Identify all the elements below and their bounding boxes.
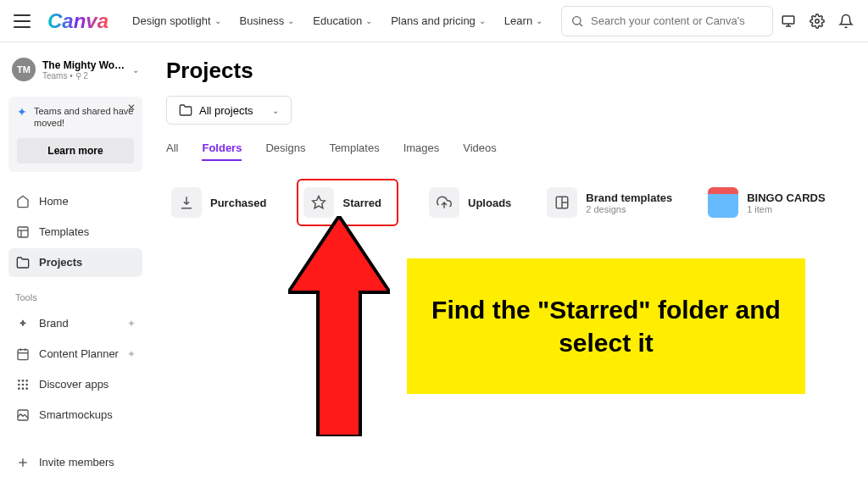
tab-templates[interactable]: Templates: [329, 136, 379, 161]
svg-rect-6: [18, 227, 28, 237]
svg-point-14: [22, 380, 25, 382]
folder-uploads[interactable]: Uploads: [424, 179, 516, 226]
tab-all[interactable]: All: [166, 136, 178, 161]
folder-meta: 1 item: [747, 204, 825, 214]
gear-icon[interactable]: [809, 13, 826, 30]
brand-icon: [15, 316, 31, 331]
annotation-arrow: [288, 216, 390, 436]
folder-brand-templates[interactable]: Brand templates2 designs: [542, 179, 677, 226]
chevron-down-icon: ⌄: [479, 16, 486, 25]
filter-dropdown[interactable]: All projects ⌄: [166, 96, 292, 125]
svg-point-0: [573, 16, 581, 24]
folder-meta: 2 designs: [586, 204, 672, 214]
crown-icon: ✦: [127, 348, 136, 360]
folder-name: Brand templates: [586, 191, 672, 204]
desktop-icon[interactable]: [780, 13, 797, 30]
crown-icon: ✦: [127, 318, 136, 330]
chevron-down-icon: ⌄: [132, 65, 139, 75]
search-input[interactable]: [591, 14, 764, 27]
trash-icon: [15, 485, 31, 488]
banner-text: Teams and shared have moved!: [34, 105, 134, 130]
chevron-down-icon: ⌄: [272, 106, 279, 115]
apps-icon: [15, 377, 31, 392]
annotation-callout: Find the "Starred" folder and select it: [407, 258, 805, 394]
folder-bingo[interactable]: BINGO CARDS1 item: [703, 179, 830, 226]
nav-business[interactable]: Business⌄: [233, 9, 302, 32]
top-nav: Design spotlight⌄ Business⌄ Education⌄ P…: [125, 9, 549, 32]
svg-point-20: [22, 387, 25, 390]
svg-point-19: [18, 387, 20, 390]
bingo-thumbnail: [708, 187, 738, 218]
info-banner: ✕ ✦ Teams and shared have moved! Learn m…: [8, 97, 142, 172]
hamburger-menu[interactable]: [14, 14, 31, 28]
search-icon: [570, 14, 584, 28]
svg-point-15: [25, 380, 28, 382]
sidebar-item-label: Content Planner: [39, 347, 119, 360]
sidebar-item-label: Smartmockups: [39, 408, 113, 421]
sidebar-item-mockups[interactable]: Smartmockups: [8, 401, 142, 430]
svg-point-5: [815, 19, 820, 23]
svg-point-18: [25, 383, 28, 385]
sidebar-item-templates[interactable]: Templates: [8, 218, 142, 247]
sidebar-item-planner[interactable]: Content Planner✦: [8, 340, 142, 369]
avatar: TM: [12, 58, 36, 81]
sidebar-item-apps[interactable]: Discover apps: [8, 370, 142, 399]
sidebar-item-label: Brand: [39, 317, 69, 330]
sidebar-item-label: Home: [39, 195, 69, 208]
plus-icon: [15, 455, 31, 470]
sidebar-item-label: Discover apps: [39, 378, 108, 391]
folder-name: Purchased: [210, 197, 266, 209]
star-icon: [303, 187, 334, 218]
sidebar-item-projects[interactable]: Projects: [8, 248, 142, 277]
tab-designs[interactable]: Designs: [265, 136, 305, 161]
canva-logo[interactable]: Canva: [47, 9, 108, 33]
sidebar-item-invite[interactable]: Invite members: [8, 448, 142, 477]
team-name: The Mighty WordS...: [42, 59, 125, 71]
sidebar-item-home[interactable]: Home: [8, 187, 142, 216]
svg-rect-9: [18, 349, 28, 359]
templates-icon: [15, 225, 31, 240]
sidebar-item-label: Projects: [39, 256, 82, 269]
calendar-icon: [15, 347, 31, 362]
team-switcher[interactable]: TM The Mighty WordS... Teams • ⚲ 2 ⌄: [8, 54, 142, 85]
callout-text: Find the "Starred" folder and select it: [424, 293, 788, 359]
nav-education[interactable]: Education⌄: [306, 9, 379, 32]
sidebar-item-brand[interactable]: Brand✦: [8, 309, 142, 338]
sparkle-icon: ✦: [17, 105, 27, 119]
tab-videos[interactable]: Videos: [463, 136, 497, 161]
svg-rect-2: [782, 16, 794, 24]
mockups-icon: [15, 408, 31, 423]
page-title: Projects: [166, 58, 853, 84]
folder-purchased[interactable]: Purchased: [166, 179, 271, 226]
svg-point-13: [18, 380, 20, 382]
download-icon: [171, 187, 202, 218]
sidebar: TM The Mighty WordS... Teams • ⚲ 2 ⌄ ✕ ✦…: [0, 42, 151, 488]
close-icon[interactable]: ✕: [127, 102, 136, 114]
svg-point-17: [22, 383, 25, 385]
nav-learn[interactable]: Learn⌄: [498, 9, 549, 32]
svg-marker-29: [288, 216, 390, 436]
chevron-down-icon: ⌄: [365, 16, 372, 25]
folder-icon: [15, 255, 31, 270]
tab-images[interactable]: Images: [403, 136, 440, 161]
search-bar[interactable]: [561, 6, 773, 36]
sidebar-item-trash[interactable]: Trash: [8, 479, 142, 488]
sidebar-item-label: Templates: [39, 225, 89, 238]
nav-design-spotlight[interactable]: Design spotlight⌄: [125, 9, 228, 32]
learn-more-button[interactable]: Learn more: [17, 138, 134, 164]
chevron-down-icon: ⌄: [214, 16, 221, 25]
chevron-down-icon: ⌄: [287, 16, 294, 25]
folder-name: BINGO CARDS: [747, 191, 825, 204]
sidebar-item-label: Invite members: [39, 456, 114, 469]
tab-folders[interactable]: Folders: [202, 136, 242, 161]
svg-marker-25: [313, 197, 326, 208]
nav-plans[interactable]: Plans and pricing⌄: [384, 9, 492, 32]
filter-label: All projects: [199, 104, 253, 117]
folder-row: Purchased Starred Uploads Brand template…: [166, 179, 853, 226]
home-icon: [15, 194, 31, 209]
bell-icon[interactable]: [837, 13, 854, 30]
folder-name: Uploads: [468, 197, 511, 209]
layout-icon: [547, 187, 577, 218]
upload-icon: [429, 187, 459, 218]
tools-label: Tools: [15, 292, 142, 302]
